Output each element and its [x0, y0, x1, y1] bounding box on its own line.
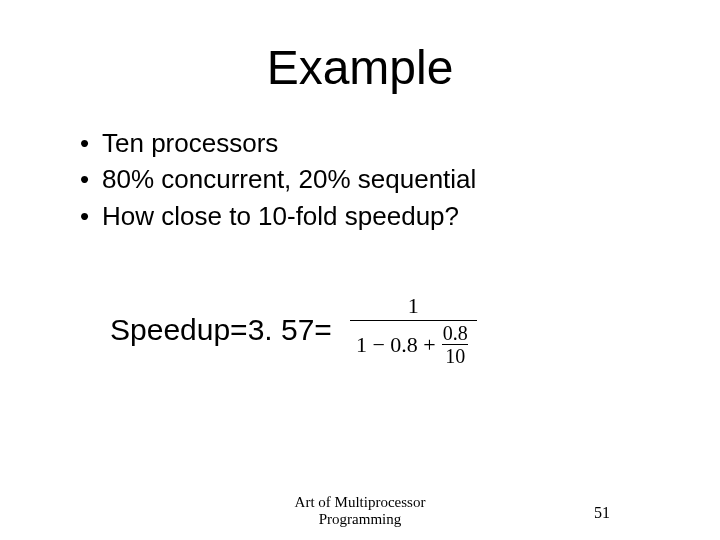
fraction-numerator: 1 — [402, 294, 425, 320]
fraction-denominator: 1 − 0.8 + 0.8 10 — [350, 320, 477, 366]
slide: Example Ten processors 80% concurrent, 2… — [0, 0, 720, 540]
inner-fraction: 0.8 10 — [440, 323, 471, 366]
inner-denominator: 10 — [442, 344, 468, 366]
slide-title: Example — [50, 40, 670, 95]
list-item: Ten processors — [80, 125, 670, 161]
speedup-label: Speedup=3. 57= — [110, 313, 332, 347]
speedup-equation: Speedup=3. 57= 1 1 − 0.8 + 0.8 10 — [50, 294, 670, 366]
denominator-prefix: 1 − 0.8 + — [356, 333, 436, 357]
footer-text: Art of Multiprocessor Programming — [260, 494, 460, 528]
inner-numerator: 0.8 — [440, 323, 471, 344]
page-number: 51 — [594, 504, 610, 522]
list-item: How close to 10-fold speedup? — [80, 198, 670, 234]
bullet-list: Ten processors 80% concurrent, 20% seque… — [50, 125, 670, 234]
footer: Art of Multiprocessor Programming — [0, 494, 720, 528]
fraction: 1 1 − 0.8 + 0.8 10 — [350, 294, 477, 366]
list-item: 80% concurrent, 20% sequential — [80, 161, 670, 197]
